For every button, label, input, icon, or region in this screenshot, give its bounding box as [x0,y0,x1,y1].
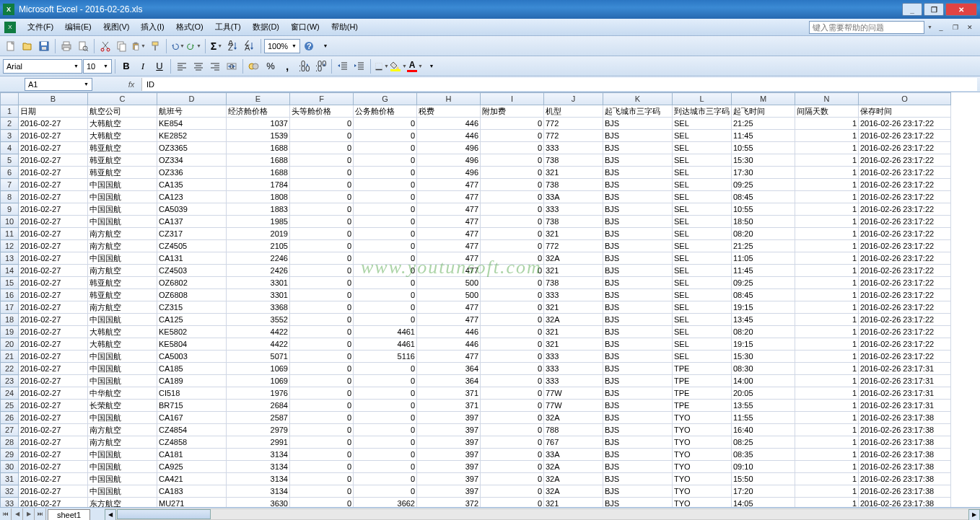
print-button[interactable] [58,38,74,54]
cell[interactable]: 韩亚航空 [88,277,157,289]
cell[interactable]: 2016-02-26 23:17:38 [859,412,951,424]
cell[interactable]: 32A [544,314,603,326]
cell[interactable]: 2016-02-26 23:17:22 [859,351,951,363]
zoom-select[interactable]: 100%▼ [264,39,300,53]
cell[interactable]: 32A [544,252,603,265]
cell[interactable]: 0 [481,154,544,167]
cell[interactable]: 中国国航 [88,351,157,363]
cell[interactable]: 2016-02-26 23:17:22 [859,252,951,265]
cell[interactable]: BJS [603,228,673,240]
cell[interactable]: 0 [481,449,544,461]
cell[interactable]: 738 [544,154,603,167]
cell[interactable]: 2016-02-26 23:17:22 [859,289,951,301]
last-sheet-button[interactable]: ⏭ [35,508,46,520]
row-header[interactable]: 15 [1,277,19,289]
cell[interactable]: SEL [673,167,732,179]
cell[interactable]: CA5003 [157,351,227,363]
cell[interactable]: 397 [417,424,481,436]
cell[interactable]: BJS [603,301,673,314]
cell[interactable]: 1 [795,375,859,387]
cell[interactable]: 397 [417,473,481,485]
cell[interactable]: CA189 [157,375,227,387]
cell[interactable]: 0 [354,277,417,289]
cell[interactable]: 0 [481,473,544,485]
cell[interactable]: 3301 [227,277,290,289]
cell[interactable]: 477 [417,351,481,363]
cell[interactable]: 477 [417,252,481,265]
cell[interactable]: CZ317 [157,228,227,240]
cell[interactable]: 机型 [544,105,603,118]
cell[interactable]: 航空公司 [88,105,157,118]
cell[interactable]: KE2852 [157,130,227,142]
cell[interactable]: OZ6808 [157,289,227,301]
cell[interactable]: BJS [603,326,673,338]
column-header[interactable]: O [859,93,951,105]
cell[interactable]: 2016-02-27 [19,375,88,387]
cell[interactable]: SEL [673,277,732,289]
menu-item[interactable]: 窗口(W) [285,19,325,35]
cell[interactable]: 中国国航 [88,314,157,326]
cell[interactable]: 1 [795,314,859,326]
cell[interactable]: 1 [795,252,859,265]
cell[interactable]: 1 [795,289,859,301]
cell[interactable]: 0 [290,449,354,461]
cell[interactable]: 09:25 [732,179,795,191]
cell[interactable]: 09:25 [732,277,795,289]
cell[interactable]: 321 [544,228,603,240]
cell[interactable]: 0 [481,498,544,508]
cell[interactable]: 0 [481,485,544,498]
cell[interactable]: 13:55 [732,400,795,412]
cell[interactable]: 0 [481,228,544,240]
cell[interactable]: 2016-02-26 23:17:38 [859,485,951,498]
cell[interactable]: 中国国航 [88,179,157,191]
cell[interactable]: 0 [354,412,417,424]
cell[interactable]: 2016-02-26 23:17:38 [859,424,951,436]
sheet-tab-sheet1[interactable]: sheet1 [48,509,90,520]
cell[interactable]: BJS [603,167,673,179]
row-header[interactable]: 7 [1,179,19,191]
cell[interactable]: 321 [544,301,603,314]
cell[interactable]: 477 [417,265,481,277]
app-menu-icon[interactable]: X [4,22,16,33]
cell[interactable]: CA183 [157,485,227,498]
cell[interactable]: 4422 [227,326,290,338]
currency-button[interactable] [246,58,262,74]
cell[interactable]: 起飞城市三字码 [603,105,673,118]
cell[interactable]: 2016-02-27 [19,203,88,216]
cell[interactable]: 397 [417,485,481,498]
cell[interactable]: 0 [354,485,417,498]
cell[interactable]: 2016-02-27 [19,216,88,228]
cell[interactable]: 372 [417,498,481,508]
cell[interactable]: 2016-02-27 [19,179,88,191]
cell[interactable]: 18:50 [732,216,795,228]
cell[interactable]: 1 [795,498,859,508]
cell[interactable]: 10:55 [732,142,795,154]
cell[interactable]: 1 [795,142,859,154]
fx-icon[interactable]: fx [121,80,141,89]
cell[interactable]: 0 [354,154,417,167]
cell[interactable]: 韩亚航空 [88,167,157,179]
cell[interactable]: SEL [673,154,732,167]
cell[interactable]: 446 [417,338,481,351]
cell[interactable]: 0 [290,498,354,508]
cell[interactable]: 2016-02-26 23:17:31 [859,400,951,412]
maximize-button[interactable]: ❐ [924,3,944,16]
cell[interactable]: 09:10 [732,461,795,473]
cell[interactable]: 中国国航 [88,473,157,485]
cell[interactable]: SEL [673,118,732,130]
cell[interactable]: 0 [481,436,544,449]
cell[interactable]: 0 [354,436,417,449]
cell[interactable]: 0 [481,375,544,387]
cell[interactable]: 0 [290,412,354,424]
cell[interactable]: BJS [603,473,673,485]
cell[interactable]: 1 [795,130,859,142]
cell[interactable]: 中国国航 [88,485,157,498]
cell[interactable]: BJS [603,412,673,424]
column-header[interactable]: D [157,93,227,105]
cell[interactable]: OZ3365 [157,142,227,154]
column-header[interactable]: L [673,93,732,105]
row-header[interactable]: 25 [1,400,19,412]
cell[interactable]: 2016-02-26 23:17:38 [859,449,951,461]
cell[interactable]: 477 [417,301,481,314]
cell[interactable]: BJS [603,338,673,351]
